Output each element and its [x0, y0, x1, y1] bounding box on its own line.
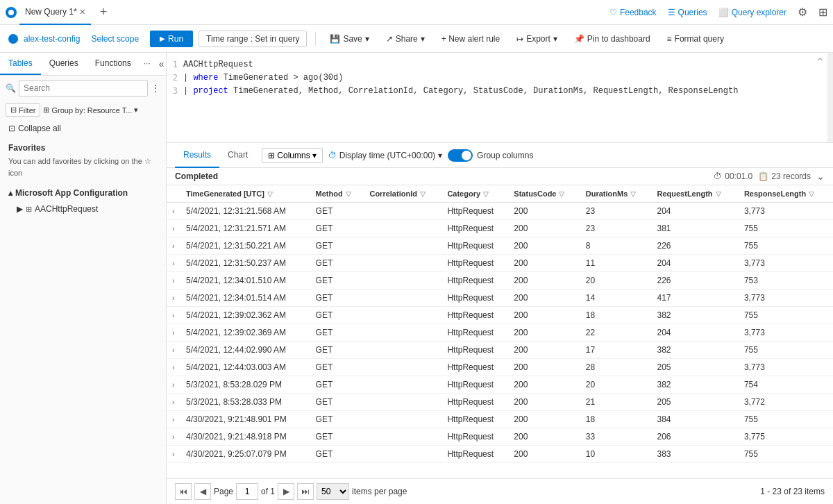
table-row[interactable]: ›5/4/2021, 12:39:02.362 AMGETHttpRequest… — [167, 307, 833, 324]
chart-tab[interactable]: Chart — [219, 143, 256, 168]
export-button[interactable]: ↦ Export ▾ — [511, 31, 563, 47]
save-button[interactable]: 💾 Save ▾ — [324, 31, 374, 47]
row-expand-icon[interactable]: › — [172, 451, 174, 458]
next-page-button[interactable]: ▶ — [278, 483, 294, 500]
col-header-category[interactable]: Category ▽ — [441, 185, 508, 203]
table-cell: HttpRequest — [441, 342, 508, 359]
connection-name[interactable]: alex-test-config — [24, 34, 80, 44]
columns-button[interactable]: ⊞ Columns ▾ — [262, 148, 322, 163]
share-button[interactable]: ↗ Share ▾ — [380, 31, 430, 47]
row-expand-icon[interactable]: › — [172, 398, 174, 406]
table-row[interactable]: ›5/4/2021, 12:44:02.990 AMGETHttpRequest… — [167, 342, 833, 359]
format-query-button[interactable]: ≡ Format query — [662, 31, 730, 47]
table-row[interactable]: ›4/30/2021, 9:25:07.079 PMGETHttpRequest… — [167, 446, 833, 463]
run-button[interactable]: Run — [150, 31, 193, 47]
select-scope-link[interactable]: Select scope — [91, 34, 139, 44]
feedback-link[interactable]: ♡ Feedback — [609, 8, 657, 17]
table-cell: HttpRequest — [441, 376, 508, 394]
col-header-requestlength[interactable]: RequestLength ▽ — [651, 185, 738, 203]
status-completed: Completed — [175, 171, 218, 181]
new-alert-button[interactable]: + New alert rule — [436, 31, 505, 47]
code-content[interactable]: AACHttpRequest | where TimeGenerated > a… — [183, 58, 833, 99]
table-row[interactable]: ›5/4/2021, 12:39:02.369 AMGETHttpRequest… — [167, 324, 833, 342]
table-row[interactable]: ›5/4/2021, 12:31:21.571 AMGETHttpRequest… — [167, 220, 833, 237]
prev-page-button[interactable]: ◀ — [194, 483, 211, 500]
col-header-responselength[interactable]: ResponseLength ▽ — [739, 185, 833, 203]
row-expand-icon[interactable]: › — [172, 346, 174, 354]
row-expand-icon[interactable]: › — [172, 260, 174, 267]
time-range-button[interactable]: Time range : Set in query — [199, 31, 307, 47]
table-cell: 755 — [739, 446, 833, 463]
table-row[interactable]: ›5/4/2021, 12:31:21.568 AMGETHttpRequest… — [167, 203, 833, 220]
sidebar-tab-tables[interactable]: Tables — [0, 53, 41, 75]
table-cell: 3,772 — [739, 394, 833, 411]
table-row[interactable]: ›4/30/2021, 9:21:48.918 PMGETHttpRequest… — [167, 428, 833, 446]
row-expand-icon[interactable]: › — [172, 225, 174, 233]
filter-icon-durationms[interactable]: ▽ — [630, 190, 636, 198]
filter-icon-responselength[interactable]: ▽ — [809, 190, 814, 198]
filter-icon-timegen[interactable]: ▽ — [267, 190, 273, 198]
table-row[interactable]: ›4/30/2021, 9:21:48.901 PMGETHttpRequest… — [167, 411, 833, 428]
search-input[interactable] — [19, 80, 148, 96]
toggle-knob — [462, 151, 471, 160]
filter-icon-correlationid[interactable]: ▽ — [420, 190, 426, 198]
first-page-button[interactable]: ⏮ — [175, 483, 192, 500]
table-row[interactable]: ›5/4/2021, 12:34:01.510 AMGETHttpRequest… — [167, 272, 833, 289]
filter-icon-requestlength[interactable]: ▽ — [716, 190, 721, 198]
results-table-container[interactable]: TimeGenerated [UTC] ▽ Method ▽ — [167, 185, 833, 478]
row-expand-icon[interactable]: › — [172, 433, 174, 441]
group-columns-toggle[interactable] — [448, 149, 473, 162]
filter-icon-category[interactable]: ▽ — [483, 190, 489, 198]
row-expand-icon[interactable]: › — [172, 329, 174, 337]
row-expand-icon[interactable]: › — [172, 294, 174, 302]
microsoft-app-config-group[interactable]: ▴ Microsoft App Configuration — [0, 184, 166, 202]
display-time-btn[interactable]: Display time (UTC+00:00) — [339, 151, 435, 160]
row-expand-icon[interactable]: › — [172, 416, 174, 423]
table-row[interactable]: ›5/4/2021, 12:34:01.514 AMGETHttpRequest… — [167, 289, 833, 307]
queries-link[interactable]: ☰ Queries — [668, 8, 707, 17]
table-row[interactable]: ›5/4/2021, 12:31:50.237 AMGETHttpRequest… — [167, 255, 833, 272]
col-header-timegen[interactable]: TimeGenerated [UTC] ▽ — [180, 185, 310, 203]
col-header-durationms[interactable]: DurationMs ▽ — [580, 185, 652, 203]
editor-scrollbar[interactable] — [827, 53, 833, 142]
filter-icon-statuscode[interactable]: ▽ — [559, 190, 564, 198]
row-expand-icon[interactable]: › — [172, 312, 174, 319]
editor-expand-icon[interactable]: ⌃ — [813, 53, 827, 72]
query-editor[interactable]: 123 AACHttpRequest | where TimeGenerated… — [167, 53, 833, 143]
sidebar-tab-more[interactable]: ··· — [140, 53, 155, 75]
table-row[interactable]: ›5/4/2021, 12:31:50.221 AMGETHttpRequest… — [167, 237, 833, 255]
results-tab[interactable]: Results — [175, 143, 219, 168]
close-tab-icon[interactable]: × — [80, 6, 85, 17]
row-expand-icon[interactable]: › — [172, 364, 174, 371]
pin-dashboard-button[interactable]: 📌 Pin to dashboard — [569, 31, 656, 47]
sidebar-tab-functions[interactable]: Functions — [87, 53, 140, 75]
active-tab[interactable]: New Query 1* × — [19, 0, 91, 25]
row-expand-icon[interactable]: › — [172, 277, 174, 285]
row-expand-icon[interactable]: › — [172, 208, 174, 215]
sidebar-tab-queries[interactable]: Queries — [41, 53, 87, 75]
last-page-button[interactable]: ⏭ — [297, 483, 314, 500]
filter-icon-method[interactable]: ▽ — [346, 190, 351, 198]
table-row[interactable]: ›5/3/2021, 8:53:28.029 PMGETHttpRequest2… — [167, 376, 833, 394]
row-expand-icon[interactable]: › — [172, 242, 174, 250]
col-header-statuscode[interactable]: StatusCode ▽ — [508, 185, 580, 203]
settings-icon[interactable]: ⚙ — [798, 6, 807, 19]
collapse-all-button[interactable]: ⊡ Collapse all — [0, 119, 166, 137]
table-cell: GET — [310, 272, 364, 289]
table-cell: GET — [310, 307, 364, 324]
query-explorer-link[interactable]: ⬜ Query explorer — [718, 8, 786, 17]
col-header-method[interactable]: Method ▽ — [310, 185, 364, 203]
groupby-button[interactable]: ⊞ Group by: Resource T... ▾ — [43, 106, 138, 115]
page-number-input[interactable] — [236, 483, 258, 500]
page-size-select[interactable]: 50 100 200 — [317, 483, 349, 500]
layout-icon[interactable]: ⊞ — [818, 6, 827, 19]
table-row[interactable]: ›5/4/2021, 12:44:03.003 AMGETHttpRequest… — [167, 359, 833, 376]
col-header-correlationid[interactable]: CorrelationId ▽ — [364, 185, 441, 203]
results-expand-icon[interactable]: ⌄ — [816, 171, 825, 182]
new-tab-button[interactable]: + — [94, 3, 113, 22]
table-row[interactable]: ›5/3/2021, 8:53:28.033 PMGETHttpRequest2… — [167, 394, 833, 411]
row-expand-icon[interactable]: › — [172, 381, 174, 389]
search-options-icon[interactable]: ⋮ — [151, 83, 160, 94]
filter-button[interactable]: ⊟ Filter — [6, 103, 40, 117]
sidebar-item-aachttprequest[interactable]: ▶ ⊞ AACHttpRequest — [0, 202, 166, 216]
